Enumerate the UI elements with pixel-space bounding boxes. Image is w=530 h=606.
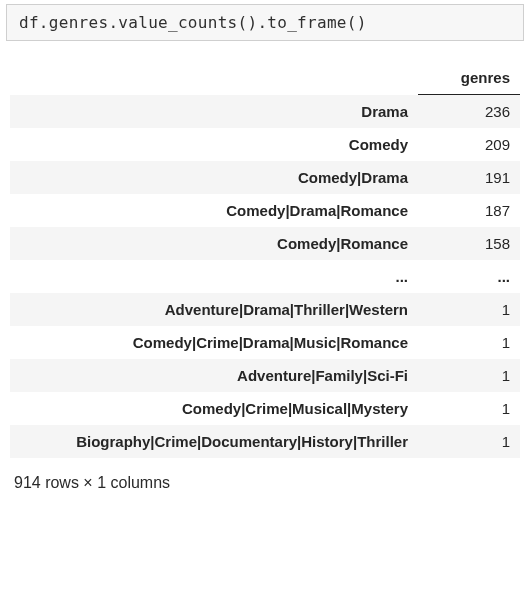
code-input-cell[interactable]: df.genres.value_counts().to_frame() <box>6 4 524 41</box>
row-label: Adventure|Family|Sci-Fi <box>10 359 418 392</box>
row-value: 187 <box>418 194 520 227</box>
row-value: 1 <box>418 425 520 458</box>
row-label: Comedy|Romance <box>10 227 418 260</box>
ellipsis-value: ... <box>418 260 520 293</box>
row-label: Adventure|Drama|Thriller|Western <box>10 293 418 326</box>
table-row: Comedy|Romance 158 <box>10 227 520 260</box>
table-row: Adventure|Drama|Thriller|Western 1 <box>10 293 520 326</box>
row-value: 191 <box>418 161 520 194</box>
index-header-blank <box>10 61 418 95</box>
code-text: df.genres.value_counts().to_frame() <box>19 13 367 32</box>
header-row: genres <box>10 61 520 95</box>
ellipsis-row: ... ... <box>10 260 520 293</box>
row-value: 236 <box>418 95 520 129</box>
row-label: Drama <box>10 95 418 129</box>
table-row: Comedy 209 <box>10 128 520 161</box>
dataframe-table: genres Drama 236 Comedy 209 Comedy|Drama… <box>10 61 520 458</box>
row-value: 1 <box>418 293 520 326</box>
output-area: genres Drama 236 Comedy 209 Comedy|Drama… <box>0 41 530 492</box>
table-row: Comedy|Drama 191 <box>10 161 520 194</box>
row-value: 1 <box>418 326 520 359</box>
row-label: Comedy|Drama <box>10 161 418 194</box>
table-row: Biography|Crime|Documentary|History|Thri… <box>10 425 520 458</box>
ellipsis-label: ... <box>10 260 418 293</box>
row-label: Comedy <box>10 128 418 161</box>
row-label: Biography|Crime|Documentary|History|Thri… <box>10 425 418 458</box>
table-row: Adventure|Family|Sci-Fi 1 <box>10 359 520 392</box>
shape-info: 914 rows × 1 columns <box>10 474 520 492</box>
table-row: Comedy|Crime|Musical|Mystery 1 <box>10 392 520 425</box>
row-value: 1 <box>418 359 520 392</box>
row-value: 209 <box>418 128 520 161</box>
table-row: Drama 236 <box>10 95 520 129</box>
column-header-genres: genres <box>418 61 520 95</box>
table-row: Comedy|Drama|Romance 187 <box>10 194 520 227</box>
row-value: 1 <box>418 392 520 425</box>
row-value: 158 <box>418 227 520 260</box>
row-label: Comedy|Crime|Musical|Mystery <box>10 392 418 425</box>
row-label: Comedy|Crime|Drama|Music|Romance <box>10 326 418 359</box>
row-label: Comedy|Drama|Romance <box>10 194 418 227</box>
table-row: Comedy|Crime|Drama|Music|Romance 1 <box>10 326 520 359</box>
